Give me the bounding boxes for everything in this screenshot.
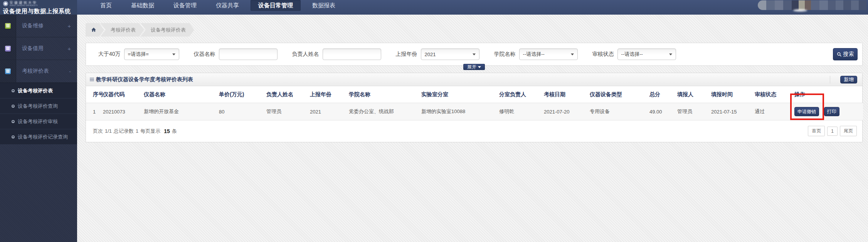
col-header: 考核日期: [544, 86, 590, 103]
last-page-button[interactable]: 尾页: [840, 126, 857, 136]
revoke-request-button[interactable]: 申请撤销: [794, 107, 819, 116]
col-header: 仪器名称: [144, 86, 219, 103]
filter-year-label: 上报年份: [396, 51, 417, 58]
col-header: 仪器代码: [103, 86, 144, 103]
manager-name-input[interactable]: [323, 48, 381, 60]
bullet-icon: [12, 120, 15, 123]
sidebar-item-assessment-record-query[interactable]: 设备考核评价记录查询: [0, 129, 77, 144]
cell-price: 80: [219, 103, 266, 120]
nav-item-device-mgmt[interactable]: 设备管理: [166, 0, 204, 11]
sidebar-group-repair[interactable]: 设备维修 +: [0, 15, 77, 37]
cell-device-type: 专用设备: [590, 103, 649, 120]
nav-item-daily-mgmt-active[interactable]: 设备日常管理: [251, 0, 301, 11]
chevron-down-icon: [571, 53, 574, 55]
app-window: 安徽建筑大学 ANHUI JIANZHU UNIVERSITY 设备使用与数据上…: [0, 0, 868, 242]
pagination-controls: 首页 1 尾页: [806, 126, 857, 136]
pagination-summary: 页次 1/1 总记录数 1 每页显示 15 条: [93, 128, 179, 135]
bullet-icon: [12, 89, 15, 92]
bullet-icon: [12, 105, 15, 108]
col-header: 单价(万元): [219, 86, 266, 103]
university-logo-icon: [3, 1, 8, 6]
instrument-name-input[interactable]: [219, 48, 278, 60]
university-name-cn: 安徽建筑大学: [10, 1, 41, 5]
system-title: 设备使用与数据上报系统: [3, 8, 75, 15]
filter-manager-label: 负责人姓名: [292, 51, 319, 58]
table-row: 1 20210073 新增的开放基金 80 管理员 2021 党委办公室、统战部…: [86, 103, 863, 120]
sidebar-item-assessment-audit[interactable]: 设备考核评价审核: [0, 113, 77, 129]
home-icon: [91, 27, 96, 32]
user-info-redacted-avatar[interactable]: [758, 0, 866, 10]
col-header: 学院名称: [349, 86, 421, 103]
cell-name: 新增的开放基金: [144, 103, 219, 120]
sidebar-group-label: 设备维修: [16, 22, 67, 29]
col-header: 总分: [649, 86, 677, 103]
panel-header: 教学科研仪器设备学年度考核评价表列表 新增: [86, 73, 862, 86]
cell-code: 20210073: [103, 103, 144, 120]
college-select[interactable]: --请选择--: [519, 48, 578, 60]
table-header-row: 序号 仪器代码 仪器名称 单价(万元) 负责人姓名 上报年份 学院名称 实验室分…: [86, 86, 863, 103]
col-header: 审核状态: [755, 86, 794, 103]
expand-plus-icon[interactable]: +: [67, 45, 77, 52]
sidebar-submenu: 设备考核评价表 设备考核评价查询 设备考核评价审核 设备考核评价记录查询: [0, 83, 77, 144]
first-page-button[interactable]: 首页: [808, 126, 825, 136]
nav-item-basic-data[interactable]: 基础数据: [123, 0, 162, 11]
per-page-selector[interactable]: 15: [164, 128, 170, 134]
breadcrumb-item[interactable]: 设备考核评价表: [141, 23, 194, 37]
filter-audit-label: 审核状态: [592, 51, 614, 58]
cell-assess-date: 2021-07-20: [544, 103, 590, 120]
collapse-minus-icon[interactable]: -: [69, 68, 77, 75]
university-name-en: ANHUI JIANZHU UNIVERSITY: [10, 5, 38, 7]
assessment-menu-icon: [5, 68, 11, 74]
nav-menu: 首页 基础数据 设备管理 仪器共享 设备日常管理 数据报表: [93, 0, 347, 11]
nav-item-home[interactable]: 首页: [93, 0, 119, 11]
expand-filters-button[interactable]: 展开: [463, 64, 485, 70]
divider: [830, 76, 830, 83]
print-button[interactable]: 打印: [824, 107, 839, 116]
current-page-button[interactable]: 1: [827, 127, 838, 136]
sidebar-group-assessment[interactable]: 考核评价表 -: [0, 60, 77, 83]
pagination-bar: 页次 1/1 总记录数 1 每页显示 15 条 首页 1 尾页: [86, 120, 862, 142]
col-header: 填报人: [677, 86, 711, 103]
sidebar-group-label: 设备借用: [16, 45, 67, 52]
report-year-select[interactable]: 2021: [421, 48, 479, 60]
price-select[interactable]: =请选择=: [124, 48, 179, 60]
nav-item-instrument-share[interactable]: 仪器共享: [208, 0, 247, 11]
cell-index: 1: [86, 103, 103, 120]
audit-status-select[interactable]: --请选择--: [617, 48, 676, 60]
col-header: 分室负责人: [499, 86, 544, 103]
list-icon: [90, 79, 94, 80]
repair-menu-icon: [5, 23, 11, 29]
search-icon: [837, 52, 842, 57]
sidebar-group-label: 考核评价表: [16, 68, 69, 75]
nav-item-data-report[interactable]: 数据报表: [304, 0, 343, 11]
sidebar: 设备维修 + 设备借用 + 考核评价表 - 设备考核评价表 设备考核评价查询: [0, 15, 77, 242]
sidebar-item-assessment-query[interactable]: 设备考核评价查询: [0, 98, 77, 113]
col-header: 填报时间: [711, 86, 755, 103]
main-content: 考核评价表 设备考核评价表 大于40万 =请选择= 仪器名称 负责人姓名 上报年: [77, 15, 868, 242]
breadcrumb-item[interactable]: 考核评价表: [101, 23, 144, 37]
filter-college-label: 学院名称: [494, 51, 516, 58]
search-button[interactable]: 搜索: [833, 48, 858, 60]
cell-manager: 管理员: [266, 103, 310, 120]
cell-room-manager: 修明乾: [499, 103, 544, 120]
cell-filler: 管理员: [677, 103, 711, 120]
assessment-list-panel: 教学科研仪器设备学年度考核评价表列表 新增 序号 仪器代码 仪器名称 单价(: [86, 73, 863, 142]
col-header: 实验室分室: [421, 86, 499, 103]
assessment-table: 序号 仪器代码 仪器名称 单价(万元) 负责人姓名 上报年份 学院名称 实验室分…: [86, 86, 863, 120]
filter-price-label: 大于40万: [98, 51, 121, 58]
page-value: 1/1: [105, 128, 112, 134]
chevron-down-icon: [478, 66, 481, 68]
col-header: 仪器设备类型: [590, 86, 649, 103]
col-header: 序号: [86, 86, 103, 103]
sidebar-group-borrow[interactable]: 设备借用 +: [0, 37, 77, 60]
expand-plus-icon[interactable]: +: [67, 23, 77, 29]
sidebar-item-assessment-form[interactable]: 设备考核评价表: [0, 83, 77, 98]
filter-panel: 大于40万 =请选择= 仪器名称 负责人姓名 上报年份 2021: [86, 43, 863, 66]
chevron-down-icon: [669, 53, 672, 55]
filter-instrument-label: 仪器名称: [194, 51, 215, 58]
cell-actions: 申请撤销 打印: [794, 103, 863, 120]
breadcrumb-home[interactable]: [86, 23, 104, 37]
add-new-button[interactable]: 新增: [840, 76, 857, 83]
total-value: 1: [136, 128, 138, 134]
panel-title: 教学科研仪器设备学年度考核评价表列表: [96, 76, 193, 83]
